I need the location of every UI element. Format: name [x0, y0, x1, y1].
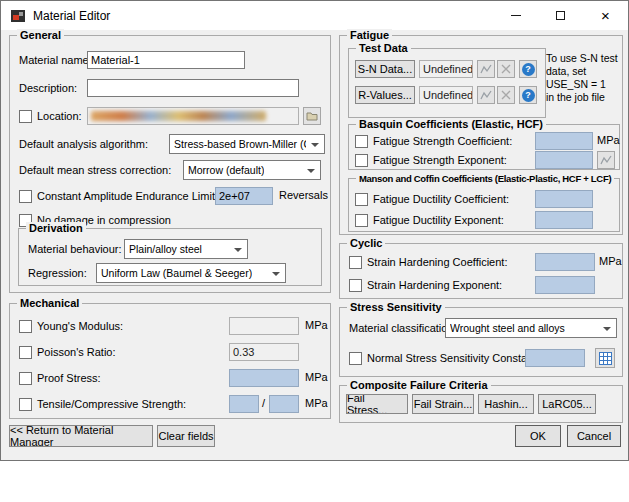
general-group-title: General — [17, 29, 64, 42]
material-behaviour-value: Plain/alloy steel — [129, 243, 202, 255]
derivation-group-title: Derivation — [26, 222, 86, 235]
minimize-button[interactable] — [493, 1, 538, 30]
cancel-button[interactable]: Cancel — [567, 425, 621, 447]
youngs-modulus-row: Young's Modulus: MPa — [19, 316, 325, 336]
constant-amplitude-endurance-limit-label: Constant Amplitude Endurance Limit: — [37, 190, 218, 202]
tensile-compressive-strength-checkbox[interactable] — [19, 398, 32, 411]
normal-stress-sensitivity-constant-checkbox[interactable] — [349, 352, 362, 365]
poissons-ratio-row: Poisson's Ratio: 0.33 — [19, 342, 325, 362]
default-mean-stress-correction-value: Morrow (default) — [188, 164, 264, 176]
fatigue-ductility-exponent-checkbox[interactable] — [355, 214, 368, 227]
r-values-button[interactable]: R-Values... — [355, 86, 415, 104]
chevron-down-icon — [272, 272, 280, 276]
strain-hardening-coefficient-input[interactable] — [535, 253, 595, 271]
constant-amplitude-endurance-limit-checkbox[interactable] — [19, 190, 32, 203]
fatigue-strength-coefficient-label: Fatigue Strength Coefficient: — [373, 135, 512, 147]
window-controls: × — [493, 1, 628, 30]
fatigue-ductility-exponent-input[interactable] — [535, 211, 593, 229]
sn-data-button[interactable]: S-N Data... — [355, 60, 415, 78]
normal-stress-sensitivity-constant-label: Normal Stress Sensitivity Constant: — [367, 352, 539, 364]
maximize-button[interactable] — [538, 1, 583, 30]
x-icon — [501, 64, 511, 74]
fail-strain-button[interactable]: Fail Strain... — [412, 394, 474, 414]
proof-stress-checkbox[interactable] — [19, 372, 32, 385]
material-behaviour-select[interactable]: Plain/alloy steel — [124, 239, 248, 259]
tensile-strength-input-1[interactable] — [229, 395, 259, 413]
r-help-button[interactable]: ? — [519, 86, 537, 104]
fatigue-strength-coefficient-row: Fatigue Strength Coefficient: MPa — [355, 131, 617, 151]
material-classification-select[interactable]: Wrought steel and alloys — [445, 318, 617, 338]
fatigue-ductility-coefficient-checkbox[interactable] — [355, 193, 368, 206]
default-mean-stress-correction-select[interactable]: Morrow (default) — [183, 160, 321, 180]
ok-button[interactable]: OK — [515, 425, 561, 447]
default-analysis-algorithm-label: Default analysis algorithm: — [19, 138, 148, 150]
mpa-unit-label: MPa — [599, 255, 622, 267]
close-icon: × — [601, 8, 610, 23]
help-icon: ? — [522, 63, 535, 76]
youngs-modulus-checkbox[interactable] — [19, 320, 32, 333]
return-to-material-manager-button[interactable]: << Return to Material Manager — [9, 425, 153, 447]
fatigue-strength-coefficient-checkbox[interactable] — [355, 135, 368, 148]
close-button[interactable]: × — [583, 1, 628, 30]
minimize-icon — [511, 15, 521, 16]
location-redacted-text — [91, 111, 266, 121]
material-behaviour-label: Material behaviour: — [28, 243, 122, 255]
regression-row: Regression: Uniform Law (Baumel & Seeger… — [28, 263, 316, 283]
analysis-algorithm-row: Default analysis algorithm: Stress-based… — [19, 134, 325, 154]
plot-icon — [480, 89, 492, 101]
x-icon — [501, 90, 511, 100]
strain-hardening-exponent-checkbox[interactable] — [349, 279, 362, 292]
location-checkbox[interactable] — [19, 110, 32, 123]
fatigue-ductility-coefficient-input[interactable] — [535, 190, 593, 208]
nssc-calculator-button[interactable] — [595, 348, 615, 368]
regression-label: Regression: — [28, 267, 87, 279]
strain-hardening-coefficient-label: Strain Hardening Coefficient: — [367, 256, 507, 268]
youngs-modulus-label: Young's Modulus: — [37, 320, 123, 332]
poissons-ratio-label: Poisson's Ratio: — [37, 346, 116, 358]
plot-icon — [480, 63, 492, 75]
strain-hardening-coefficient-checkbox[interactable] — [349, 256, 362, 269]
description-input[interactable] — [87, 79, 299, 97]
app-icon — [10, 8, 26, 24]
maximize-icon — [556, 11, 565, 20]
default-analysis-algorithm-value: Stress-based Brown-Miller (CP) — [174, 138, 306, 150]
fatigue-group: Fatigue Test Data S-N Data... Undefined … — [339, 35, 623, 235]
strain-hardening-exponent-row: Strain Hardening Exponent: — [349, 275, 617, 295]
normal-stress-sensitivity-constant-input[interactable] — [525, 349, 585, 367]
poissons-ratio-checkbox[interactable] — [19, 346, 32, 359]
folder-icon — [306, 111, 318, 121]
fatigue-strength-coefficient-input[interactable] — [535, 132, 593, 150]
proof-stress-input[interactable] — [229, 369, 299, 387]
fatigue-strength-exponent-row: Fatigue Strength Exponent: — [355, 150, 617, 170]
fatigue-ductility-coefficient-row: Fatigue Ductility Coefficient: — [355, 189, 617, 209]
fail-stress-button[interactable]: Fail Stress... — [346, 394, 408, 414]
strain-hardening-exponent-input[interactable] — [535, 276, 595, 294]
separator-label: / — [262, 397, 265, 409]
sn-data-row: S-N Data... Undefined ? — [355, 59, 541, 79]
strain-hardening-exponent-label: Strain Hardening Exponent: — [367, 279, 502, 291]
fatigue-strength-exponent-label: Fatigue Strength Exponent: — [373, 154, 507, 166]
clear-fields-button[interactable]: Clear fields — [157, 425, 215, 447]
endurance-limit-input[interactable]: 2e+07 — [215, 187, 273, 205]
sn-note-text: To use S-N test data, set USE_SN = 1 in … — [546, 52, 622, 104]
fatigue-strength-exponent-checkbox[interactable] — [355, 154, 368, 167]
cyclic-group-title: Cyclic — [347, 237, 385, 250]
material-name-input[interactable]: Material-1 — [87, 51, 245, 69]
strain-hardening-coefficient-row: Strain Hardening Coefficient: MPa — [349, 252, 617, 272]
material-name-row: Material name: Material-1 — [19, 50, 325, 70]
default-mean-stress-correction-label: Default mean stress correction: — [19, 164, 171, 176]
plot-icon — [600, 154, 612, 166]
material-classification-value: Wrought steel and alloys — [450, 322, 565, 334]
endurance-limit-row: Constant Amplitude Endurance Limit: 2e+0… — [19, 186, 325, 206]
regression-select[interactable]: Uniform Law (Baumel & Seeger) — [96, 263, 286, 283]
youngs-modulus-input — [229, 317, 299, 335]
sn-clear-button — [497, 60, 515, 78]
sn-help-button[interactable]: ? — [519, 60, 537, 78]
fatigue-strength-exponent-input[interactable] — [535, 151, 593, 169]
tensile-strength-input-2[interactable] — [269, 395, 299, 413]
manson-coffin-group: Manson and Coffin Coefficients (Elastic-… — [348, 178, 620, 232]
hashin-button[interactable]: Hashin... — [478, 394, 534, 414]
chevron-down-icon — [603, 327, 611, 331]
default-analysis-algorithm-select[interactable]: Stress-based Brown-Miller (CP) — [169, 134, 325, 154]
larc05-button[interactable]: LaRC05... — [538, 394, 596, 414]
